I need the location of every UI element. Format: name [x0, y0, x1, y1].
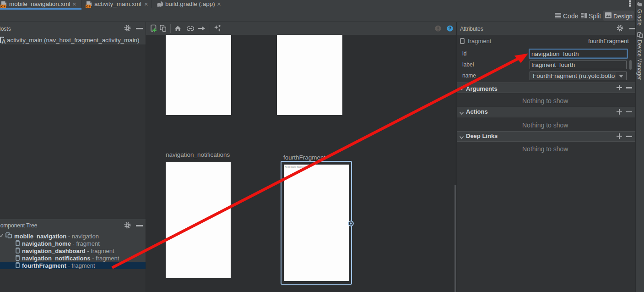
svg-text:?: ?: [449, 26, 451, 31]
svg-text:A: A: [2, 39, 6, 44]
